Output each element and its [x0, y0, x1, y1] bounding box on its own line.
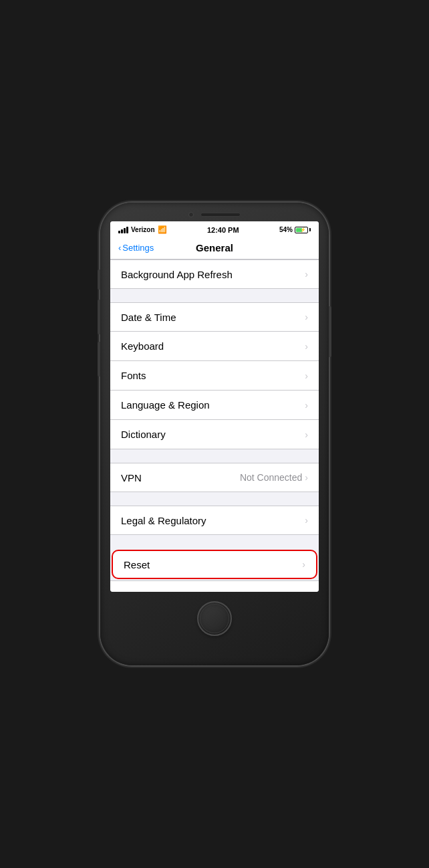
section-group-2: Date & Time › Keyboard › Fonts › — [110, 302, 319, 449]
page-title: General — [196, 242, 233, 253]
item-right: › — [305, 515, 308, 526]
volume-down-button[interactable] — [98, 342, 100, 376]
chevron-icon: › — [302, 559, 305, 570]
front-camera — [188, 212, 194, 217]
chevron-icon: › — [305, 370, 308, 381]
item-label: Language & Region — [121, 399, 210, 411]
mute-button[interactable] — [98, 269, 100, 290]
spacer-1 — [110, 289, 319, 302]
item-label: Legal & Regulatory — [121, 515, 206, 526]
spacer-4 — [110, 535, 319, 548]
sidebar-item-shut-down[interactable]: Shut Down — [110, 580, 319, 592]
phone-screen: Verizon 📶 12:40 PM 54% ⚡ ‹ Settings — [110, 221, 319, 592]
section-group-3: VPN Not Connected › — [110, 463, 319, 492]
chevron-icon: › — [305, 472, 308, 483]
status-right: 54% ⚡ — [279, 226, 311, 233]
battery-percent: 54% — [279, 226, 293, 233]
vpn-status: Not Connected — [240, 472, 302, 483]
item-label: Dictionary — [121, 429, 166, 440]
volume-up-button[interactable] — [98, 300, 100, 334]
clock: 12:40 PM — [207, 226, 239, 234]
sidebar-item-keyboard[interactable]: Keyboard › — [110, 332, 319, 361]
back-chevron-icon: ‹ — [118, 243, 121, 253]
item-right: › — [305, 341, 308, 352]
item-right: Not Connected › — [240, 472, 308, 483]
sidebar-item-dictionary[interactable]: Dictionary › — [110, 420, 319, 449]
spacer-2 — [110, 449, 319, 463]
home-button[interactable] — [197, 601, 232, 636]
item-right: › — [302, 559, 305, 570]
navigation-bar: ‹ Settings General — [110, 237, 319, 259]
item-right: › — [305, 312, 308, 322]
chevron-icon: › — [305, 400, 308, 411]
section-group-1: Background App Refresh › — [110, 259, 319, 289]
item-label: Fonts — [121, 370, 146, 381]
sidebar-item-language-region[interactable]: Language & Region › — [110, 391, 319, 420]
sidebar-item-date-time[interactable]: Date & Time › — [110, 302, 319, 332]
status-left: Verizon 📶 — [118, 225, 167, 234]
spacer-3 — [110, 492, 319, 506]
item-label: Background App Refresh — [121, 269, 233, 280]
item-right: › — [305, 400, 308, 411]
sidebar-item-fonts[interactable]: Fonts › — [110, 361, 319, 391]
earpiece-speaker — [200, 213, 241, 217]
item-label: Date & Time — [121, 312, 176, 323]
chevron-icon: › — [305, 269, 308, 280]
item-right: › — [305, 370, 308, 381]
status-bar: Verizon 📶 12:40 PM 54% ⚡ — [110, 221, 319, 237]
item-label: Reset — [124, 559, 150, 570]
back-label: Settings — [122, 243, 154, 253]
settings-content: Background App Refresh › Date & Time › K… — [110, 259, 319, 592]
section-group-5: Reset › — [110, 548, 319, 580]
item-label: VPN — [121, 472, 142, 483]
wifi-icon: 📶 — [158, 225, 167, 234]
item-label: Keyboard — [121, 340, 164, 352]
item-right: › — [305, 269, 308, 280]
sidebar-item-background-app-refresh[interactable]: Background App Refresh › — [110, 259, 319, 289]
sidebar-item-legal[interactable]: Legal & Regulatory › — [110, 506, 319, 535]
section-group-6: Shut Down — [110, 580, 319, 592]
chevron-icon: › — [305, 341, 308, 352]
item-right: › — [305, 429, 308, 440]
home-button-ring — [200, 604, 229, 633]
section-group-4: Legal & Regulatory › — [110, 506, 319, 535]
chevron-icon: › — [305, 515, 308, 526]
power-button[interactable] — [329, 306, 331, 357]
signal-icon — [118, 227, 128, 233]
chevron-icon: › — [305, 312, 308, 322]
sidebar-item-reset[interactable]: Reset › — [112, 550, 317, 579]
phone-bottom — [100, 592, 329, 649]
chevron-icon: › — [305, 429, 308, 440]
phone-frame: Verizon 📶 12:40 PM 54% ⚡ ‹ Settings — [100, 203, 329, 665]
sidebar-item-vpn[interactable]: VPN Not Connected › — [110, 463, 319, 492]
carrier-label: Verizon — [131, 226, 155, 233]
back-button[interactable]: ‹ Settings — [118, 243, 154, 253]
battery-icon: ⚡ — [295, 227, 311, 233]
phone-top — [100, 203, 329, 221]
